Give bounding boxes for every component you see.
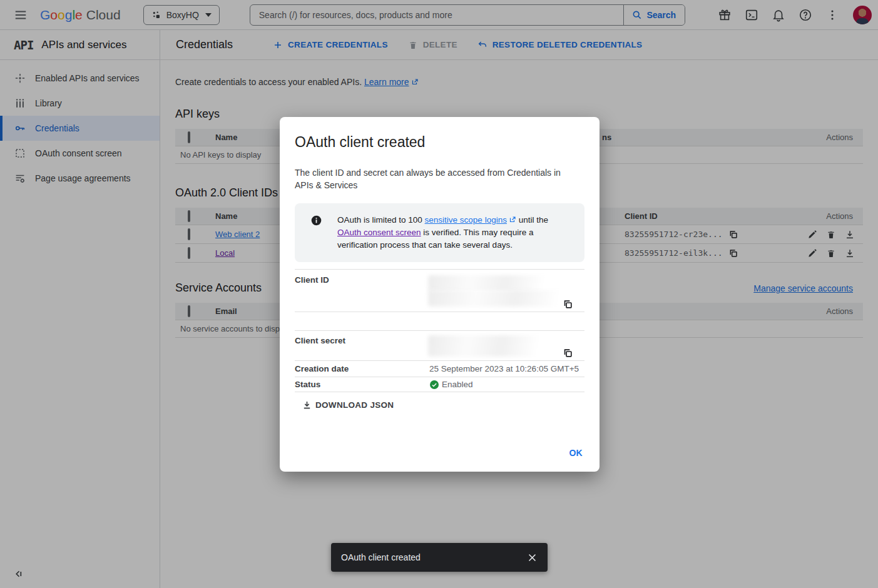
creation-date-value: 25 September 2023 at 10:26:05 GMT+5 xyxy=(429,364,579,373)
redacted-client-secret xyxy=(428,335,561,357)
status-row: Status Enabled xyxy=(295,377,584,392)
dialog-title: OAuth client created xyxy=(295,134,584,151)
notice-text: OAuth is limited to 100 sensitive scope … xyxy=(337,214,570,251)
oauth-client-created-dialog: OAuth client created The client ID and s… xyxy=(280,117,600,472)
download-icon xyxy=(302,400,312,410)
copy-icon[interactable] xyxy=(563,348,573,358)
creation-date-label: Creation date xyxy=(295,364,429,373)
client-secret-label: Client secret xyxy=(295,331,429,360)
toast: OAuth client created xyxy=(331,543,548,572)
ok-button[interactable]: OK xyxy=(569,448,583,458)
notice-mid: until the xyxy=(516,215,548,225)
download-json-button[interactable]: DOWNLOAD JSON xyxy=(302,400,394,410)
notice-pre: OAuth is limited to 100 xyxy=(337,215,425,225)
row-spacer xyxy=(295,312,584,330)
client-secret-row: Client secret xyxy=(295,330,584,361)
creation-date-row: Creation date 25 September 2023 at 10:26… xyxy=(295,361,584,377)
status-value: Enabled xyxy=(442,380,473,389)
status-label: Status xyxy=(295,380,429,389)
client-id-label: Client ID xyxy=(295,270,429,312)
check-circle-icon xyxy=(429,380,439,390)
sensitive-scope-logins-link[interactable]: sensitive scope logins xyxy=(425,215,507,225)
redacted-client-id xyxy=(428,275,568,291)
dialog-subtitle: The client ID and secret can always be a… xyxy=(295,166,573,191)
oauth-consent-screen-link[interactable]: OAuth consent screen xyxy=(337,228,421,237)
screen: Google Cloud BoxyHQ Search xyxy=(0,0,878,588)
download-json-label: DOWNLOAD JSON xyxy=(315,400,394,410)
status-badge: Enabled xyxy=(429,380,473,390)
info-icon xyxy=(311,215,322,226)
oauth-limit-notice: OAuth is limited to 100 sensitive scope … xyxy=(295,203,584,262)
external-link-icon xyxy=(509,216,516,223)
client-details-table: Client ID Client secret Creation date 25… xyxy=(295,269,584,392)
copy-icon[interactable] xyxy=(563,299,573,310)
toast-message: OAuth client created xyxy=(341,552,421,562)
close-icon[interactable] xyxy=(527,552,538,563)
client-id-row: Client ID xyxy=(295,269,584,312)
